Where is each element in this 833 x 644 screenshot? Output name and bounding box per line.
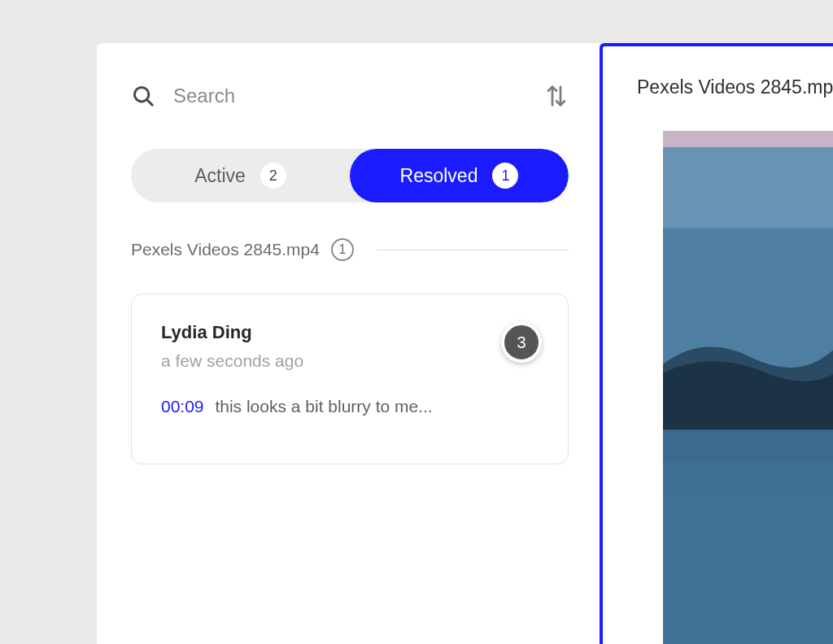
tab-active[interactable]: Active 2 [131, 149, 350, 202]
search-input[interactable] [173, 85, 526, 107]
tab-active-label: Active [194, 165, 246, 187]
file-name: Pexels Videos 2845.mp4 [131, 240, 320, 259]
comments-panel: Active 2 Resolved 1 Pexels Videos 2845.m… [97, 43, 600, 644]
comment-timestamp[interactable]: 00:09 [161, 397, 204, 416]
preview-panel: Pexels Videos 2845.mp4 [600, 43, 833, 644]
divider [377, 250, 569, 250]
tab-active-count: 2 [260, 163, 286, 189]
tab-resolved[interactable]: Resolved 1 [350, 149, 569, 202]
comment-text: this looks a bit blurry to me... [215, 397, 432, 416]
comment-time: a few seconds ago [161, 351, 539, 371]
file-header: Pexels Videos 2845.mp4 1 [131, 238, 569, 261]
status-tabs: Active 2 Resolved 1 [131, 149, 569, 202]
video-thumbnail[interactable] [663, 131, 833, 644]
svg-rect-7 [663, 494, 833, 644]
search-row [131, 82, 569, 110]
comment-author: Lydia Ding [161, 322, 539, 343]
comment-card[interactable]: Lydia Ding a few seconds ago 00:09 this … [131, 294, 569, 464]
reply-count-badge[interactable]: 3 [501, 322, 542, 363]
sort-button[interactable] [544, 82, 569, 110]
svg-rect-6 [663, 430, 833, 463]
file-comment-count: 1 [331, 238, 354, 261]
tab-resolved-label: Resolved [400, 165, 478, 187]
sort-arrows-icon [544, 82, 569, 110]
svg-line-1 [147, 100, 153, 106]
search-icon [131, 84, 155, 108]
preview-title: Pexels Videos 2845.mp4 [603, 46, 833, 128]
comment-body: 00:09 this looks a bit blurry to me... [161, 397, 539, 416]
tab-resolved-count: 1 [492, 163, 518, 189]
